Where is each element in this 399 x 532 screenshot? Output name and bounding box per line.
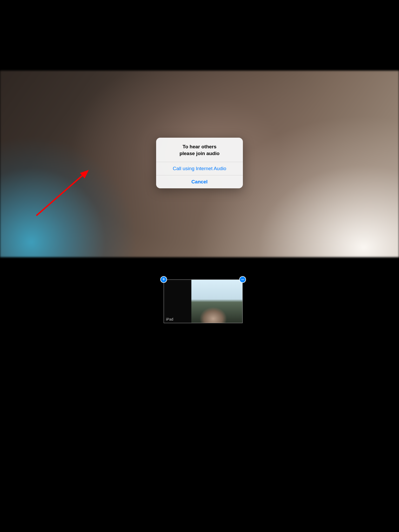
alert-header: To hear others please join audio	[156, 138, 243, 162]
call-internet-audio-button[interactable]: Call using Internet Audio	[156, 162, 243, 175]
self-view-thumbnail[interactable]: iPad + –	[164, 280, 243, 323]
audio-join-alert: To hear others please join audio Call us…	[156, 138, 243, 188]
thumbnail-collapse-handle[interactable]: –	[239, 276, 246, 283]
alert-title: To hear others please join audio	[161, 143, 238, 157]
minus-icon: –	[241, 277, 244, 282]
thumbnail-expand-handle[interactable]: +	[160, 276, 167, 283]
thumbnail-device-label: iPad	[166, 317, 173, 321]
plus-icon: +	[162, 277, 165, 282]
cancel-button[interactable]: Cancel	[156, 175, 243, 188]
thumbnail-dark-region	[164, 280, 191, 323]
